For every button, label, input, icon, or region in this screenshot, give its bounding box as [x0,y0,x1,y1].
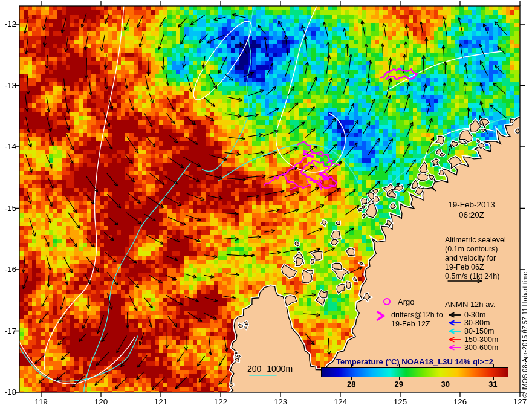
argo-circle-icon [383,298,391,305]
copyright-watermark: © IMOS 08-Apr-2015 07:57:11 Hobart time [521,228,528,398]
y-axis-tick-label: -12 [0,19,16,28]
argo-label: Argo [398,297,414,306]
x-axis-tick-label: 120 [88,397,114,406]
anmn-legend: 0-30m30-80m80-150m150-300m300-600m [447,311,498,352]
x-axis-tick-label: 124 [327,397,354,406]
current-arrow-icon [447,312,462,318]
x-axis-tick-label: 127 [507,397,532,406]
drifter-chevron-icon [375,310,386,324]
anmn-entry: 30-80m [447,319,498,328]
anmn-entry: 80-150m [447,327,498,335]
altimetric-note-line: 0.5m/s (1kt 24h) [445,272,506,281]
anmn-legend-title: ANMN 12h av. [445,300,496,309]
isobath-scale-label: 200 1000m [247,364,293,374]
colorbar-tick [493,364,494,367]
y-axis-tick-label: -16 [0,265,16,274]
colorbar-gradient [321,367,508,377]
y-axis-tick-label: -14 [0,142,16,151]
colorbar-title: Temperature (°C) NOAA18_L3U 14% ql>=2 [321,357,508,366]
current-arrow-icon [447,320,462,326]
x-axis-tick-label: 123 [267,397,294,406]
anmn-entry: 0-30m [447,311,498,319]
altimetric-note: Altimetric sealevel(0.1m contours)and ve… [445,236,506,281]
anmn-entry-label: 80-150m [464,327,494,335]
colorbar-tick [351,364,352,367]
colorbar-tick [446,364,447,367]
drifters-label: drifters@12h to19-Feb 12Z [391,311,443,329]
colorbar-tick-label: 29 [395,380,403,389]
current-arrow-icon [447,345,462,351]
current-arrow-icon [447,337,462,343]
x-axis-tick-label: 122 [207,397,234,406]
colorbar: Temperature (°C) NOAA18_L3U 14% ql>=2 28… [321,357,508,389]
date-label: 19-Feb-2013 [439,199,504,210]
anmn-entry: 150-300m [447,335,498,344]
y-axis-tick-label: -13 [0,81,16,90]
current-arrow-icon [447,328,462,334]
sst-map-figure: 19-Feb-2013 06:20Z Altimetric sealevel(0… [0,0,532,411]
anmn-entry-label: 30-80m [464,319,490,327]
y-axis-tick-label: -18 [0,387,16,396]
drifters-label-line: drifters@12h to [391,311,443,320]
colorbar-tick [399,364,400,367]
anmn-entry-label: 300-600m [464,343,498,352]
anmn-entry-label: 150-300m [464,335,498,344]
x-axis-tick-label: 126 [447,397,473,406]
altimetric-note-line: (0.1m contours) [445,245,506,254]
time-label: 06:20Z [439,210,504,220]
altimetric-note-line: and velocity for [445,254,506,263]
altimetric-note-line: 19-Feb 06Z [445,263,506,272]
y-axis-tick-label: -17 [0,326,16,335]
drifters-label-line: 19-Feb 12Z [391,320,443,329]
colorbar-tick-label: 28 [347,380,355,389]
anmn-entry: 300-600m [447,343,498,352]
y-axis-tick-label: -15 [0,204,16,213]
anmn-entry-label: 0-30m [464,311,485,319]
colorbar-tick-label: 31 [488,380,497,389]
x-axis-tick-label: 121 [148,397,174,406]
colorbar-tick-label: 30 [441,380,450,389]
altimetric-note-line: Altimetric sealevel [445,236,506,245]
datetime-annotation: 19-Feb-2013 06:20Z [439,199,504,220]
x-axis-tick-label: 125 [387,397,414,406]
x-axis-tick-label: 119 [28,397,54,406]
